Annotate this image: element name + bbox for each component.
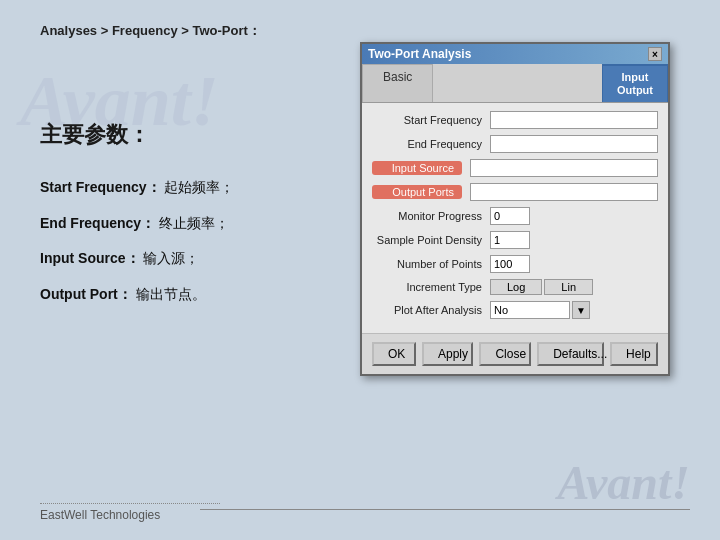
- input-number-of-points[interactable]: [490, 255, 530, 273]
- btn-defaults[interactable]: Defaults...: [537, 342, 604, 366]
- tab-input-output[interactable]: InputOutput: [602, 64, 668, 102]
- input-end-frequency[interactable]: [490, 135, 658, 153]
- bottom-divider: [200, 509, 690, 510]
- label-increment-type: Increment Type: [372, 281, 490, 293]
- company-name: EastWell Technologies: [40, 503, 220, 522]
- dialog-title: Two-Port Analysis: [368, 47, 471, 61]
- row-number-of-points: Number of Points: [372, 255, 658, 273]
- btn-close[interactable]: Close: [479, 342, 531, 366]
- watermark-bottom: Avant!: [558, 455, 690, 510]
- label-output-port: Output Port： 输出节点。: [40, 285, 234, 305]
- dialog-titlebar: Two-Port Analysis ×: [362, 44, 668, 64]
- row-sample-point-density: Sample Point Density: [372, 231, 658, 249]
- label-output-ports: Output Ports: [372, 185, 462, 199]
- dialog-body: Start Frequency End Frequency Input Sour…: [362, 103, 668, 333]
- row-end-frequency: End Frequency: [372, 135, 658, 153]
- input-start-frequency[interactable]: [490, 111, 658, 129]
- input-sample-point-density[interactable]: [490, 231, 530, 249]
- dialog-two-port: Two-Port Analysis × Basic InputOutput St…: [360, 42, 670, 376]
- label-plot-after-analysis: Plot After Analysis: [372, 304, 490, 316]
- label-start-frequency: Start Frequency: [372, 114, 490, 126]
- dialog-tabs: Basic InputOutput: [362, 64, 668, 103]
- btn-ok[interactable]: OK: [372, 342, 416, 366]
- tab-basic[interactable]: Basic: [362, 64, 433, 102]
- btn-apply[interactable]: Apply: [422, 342, 473, 366]
- label-number-of-points: Number of Points: [372, 258, 490, 270]
- plot-dropdown-arrow[interactable]: ▼: [572, 301, 590, 319]
- btn-help[interactable]: Help: [610, 342, 658, 366]
- input-monitor-progress[interactable]: [490, 207, 530, 225]
- main-labels: 主要参数： Start Frequency： 起始频率； End Frequen…: [40, 120, 234, 320]
- input-input-source[interactable]: [470, 159, 658, 177]
- label-input-source: Input Source： 输入源；: [40, 249, 234, 269]
- row-start-frequency: Start Frequency: [372, 111, 658, 129]
- row-increment-type: Increment Type Log Lin: [372, 279, 658, 295]
- input-plot-after-analysis[interactable]: [490, 301, 570, 319]
- btn-log[interactable]: Log: [490, 279, 542, 295]
- label-input-source: Input Source: [372, 161, 462, 175]
- input-output-ports[interactable]: [470, 183, 658, 201]
- label-end-frequency: End Frequency: [372, 138, 490, 150]
- dialog-close-button[interactable]: ×: [648, 47, 662, 61]
- breadcrumb: Analyses > Frequency > Two-Port：: [40, 22, 261, 40]
- label-end-freq: End Frequency： 终止频率；: [40, 214, 234, 234]
- row-input-source: Input Source: [372, 159, 658, 177]
- btn-lin[interactable]: Lin: [544, 279, 593, 295]
- main-title: 主要参数：: [40, 120, 234, 150]
- label-monitor-progress: Monitor Progress: [372, 210, 490, 222]
- row-output-ports: Output Ports: [372, 183, 658, 201]
- label-sample-point-density: Sample Point Density: [372, 234, 490, 246]
- row-monitor-progress: Monitor Progress: [372, 207, 658, 225]
- dialog-footer: OK Apply Close Defaults... Help: [362, 333, 668, 374]
- row-plot-after-analysis: Plot After Analysis ▼: [372, 301, 658, 319]
- label-start-freq: Start Frequency： 起始频率；: [40, 178, 234, 198]
